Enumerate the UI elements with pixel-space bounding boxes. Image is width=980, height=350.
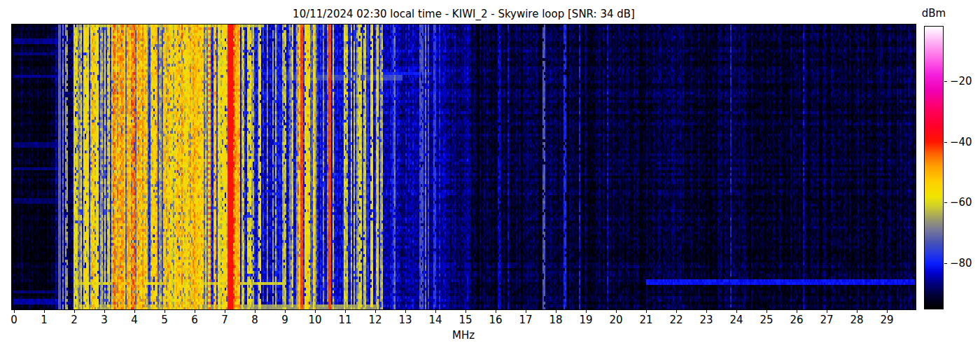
- x-tick-label: 25: [757, 315, 776, 326]
- x-tick-label: 23: [697, 315, 715, 326]
- x-tick-mark: [285, 310, 286, 313]
- colorbar-tick-label: −80: [950, 258, 972, 269]
- x-tick-label: 2: [65, 315, 83, 326]
- x-tick-mark: [225, 310, 225, 313]
- x-tick-mark: [44, 310, 45, 313]
- x-tick-label: 13: [396, 315, 414, 326]
- colorbar-tick-mark: [944, 263, 947, 264]
- x-tick-label: 10: [306, 315, 324, 326]
- x-tick-mark: [766, 310, 767, 313]
- colorbar-tick-label: −40: [950, 137, 972, 148]
- x-tick-mark: [586, 310, 587, 313]
- chart-title: 10/11/2024 02:30 local time - KIWI_2 - S…: [11, 8, 916, 20]
- x-tick-label: 27: [818, 315, 836, 326]
- x-tick-mark: [134, 310, 135, 313]
- x-tick-mark: [315, 310, 316, 313]
- colorbar: [924, 26, 944, 309]
- x-tick-mark: [496, 310, 496, 313]
- x-tick-label: 7: [216, 315, 234, 326]
- x-tick-mark: [857, 310, 858, 313]
- x-tick-label: 1: [35, 315, 53, 326]
- x-tick-mark: [736, 310, 737, 313]
- x-tick-mark: [797, 310, 797, 313]
- x-tick-label: 21: [637, 315, 655, 326]
- colorbar-tick-mark: [944, 142, 947, 143]
- x-tick-label: 16: [486, 315, 505, 326]
- x-tick-mark: [435, 310, 436, 313]
- x-tick-label: 26: [788, 315, 806, 326]
- x-tick-mark: [465, 310, 466, 313]
- x-tick-mark: [74, 310, 75, 313]
- colorbar-tick-mark: [944, 202, 947, 203]
- spectrogram-figure: 10/11/2024 02:30 local time - KIWI_2 - S…: [0, 0, 980, 350]
- x-tick-mark: [616, 310, 617, 313]
- x-tick-mark: [195, 310, 195, 313]
- x-tick-mark: [405, 310, 406, 313]
- x-tick-mark: [345, 310, 346, 313]
- x-tick-mark: [827, 310, 827, 313]
- x-tick-label: 20: [607, 315, 625, 326]
- colorbar-tick-label: −20: [950, 76, 972, 87]
- colorbar-tick-label: −60: [950, 197, 972, 208]
- x-tick-label: 18: [547, 315, 565, 326]
- x-tick-mark: [255, 310, 255, 313]
- x-tick-mark: [375, 310, 376, 313]
- x-tick-label: 3: [95, 315, 113, 326]
- waterfall-canvas: [12, 24, 916, 309]
- x-tick-label: 12: [366, 315, 384, 326]
- x-tick-mark: [556, 310, 556, 313]
- colorbar-tick-mark: [944, 81, 947, 82]
- x-tick-mark: [646, 310, 647, 313]
- x-tick-mark: [887, 310, 888, 313]
- x-tick-mark: [526, 310, 526, 313]
- x-tick-mark: [164, 310, 165, 313]
- x-tick-label: 0: [5, 315, 23, 326]
- x-tick-label: 5: [155, 315, 174, 326]
- x-tick-label: 22: [667, 315, 685, 326]
- x-tick-label: 6: [186, 315, 204, 326]
- x-tick-label: 9: [276, 315, 294, 326]
- colorbar-unit-label: dBm: [913, 7, 955, 20]
- x-tick-label: 17: [517, 315, 535, 326]
- x-tick-label: 28: [848, 315, 866, 326]
- x-tick-label: 19: [577, 315, 595, 326]
- x-tick-label: 4: [125, 315, 144, 326]
- x-tick-label: 15: [456, 315, 475, 326]
- x-tick-label: 24: [727, 315, 746, 326]
- x-tick-label: 8: [246, 315, 264, 326]
- x-tick-label: 11: [336, 315, 354, 326]
- x-tick-mark: [706, 310, 707, 313]
- x-tick-mark: [676, 310, 677, 313]
- x-tick-label: 29: [878, 315, 896, 326]
- x-tick-mark: [104, 310, 105, 313]
- x-tick-mark: [14, 310, 15, 313]
- x-tick-label: 14: [426, 315, 444, 326]
- x-axis-label: MHz: [428, 329, 498, 342]
- waterfall-plot: [11, 24, 916, 310]
